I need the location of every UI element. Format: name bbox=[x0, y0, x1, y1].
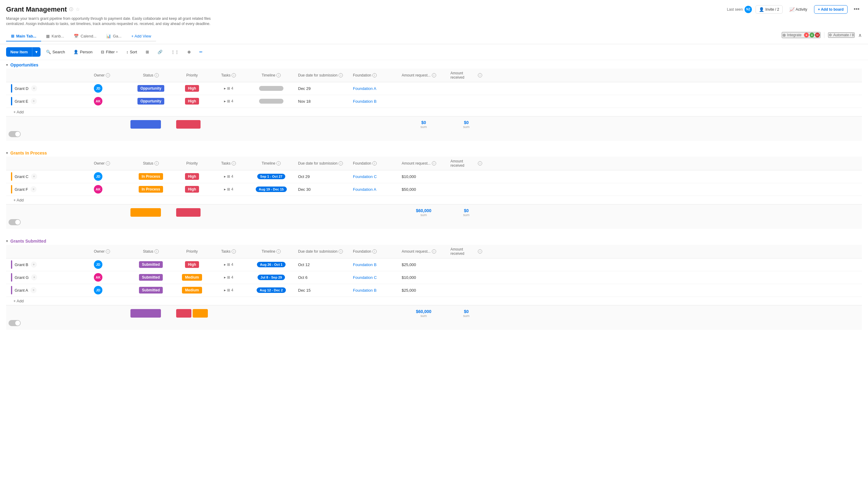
add-row-in-process[interactable]: + Add bbox=[6, 196, 862, 204]
sum-toggle-ip[interactable] bbox=[6, 218, 91, 226]
integrate-button[interactable]: ⊗ Integrate ● ● M bbox=[782, 32, 820, 38]
link-button[interactable]: 🔗 bbox=[155, 48, 165, 56]
automate-button[interactable]: ⚙ Automate / 8 bbox=[828, 32, 855, 38]
amount-req-info-sub[interactable]: i bbox=[432, 249, 436, 253]
owner-info-ip[interactable]: i bbox=[106, 161, 110, 165]
status-grant-f[interactable]: In Process bbox=[128, 184, 174, 194]
foundation-info-icon[interactable]: i bbox=[372, 73, 377, 78]
foundation-link-grant-g[interactable]: Foundation C bbox=[353, 275, 377, 280]
priority-grant-d[interactable]: High bbox=[174, 83, 210, 94]
pencil-button[interactable]: ✏ bbox=[196, 48, 206, 56]
due-date-info-ip[interactable]: i bbox=[339, 161, 343, 165]
tasks-info-sub[interactable]: i bbox=[231, 249, 236, 253]
foundation-grant-g[interactable]: Foundation C bbox=[350, 273, 399, 282]
star-icon[interactable]: ☆ bbox=[75, 6, 80, 12]
task-expand-icon[interactable]: ▸ bbox=[224, 288, 226, 292]
tab-kanban[interactable]: ▦ Kanb... bbox=[41, 31, 69, 41]
task-expand-icon[interactable]: ▸ bbox=[224, 187, 226, 191]
foundation-link-grant-b[interactable]: Foundation B bbox=[353, 263, 376, 267]
status-grant-d[interactable]: Oppurtunity bbox=[128, 83, 174, 94]
timeline-info-icon[interactable]: i bbox=[276, 73, 281, 78]
sum-toggle-opp[interactable] bbox=[6, 130, 91, 139]
foundation-link-grant-d[interactable]: Foundation A bbox=[353, 86, 376, 91]
group-collapse-in-process[interactable]: ▾ bbox=[6, 151, 8, 155]
status-grant-g[interactable]: Submitted bbox=[128, 272, 174, 282]
task-expand-icon[interactable]: ▸ bbox=[224, 263, 226, 267]
new-item-button[interactable]: New Item ▾ bbox=[6, 47, 40, 57]
tab-main-table[interactable]: ⊞ Main Tab... bbox=[6, 31, 41, 41]
foundation-link-grant-a[interactable]: Foundation B bbox=[353, 288, 376, 293]
priority-grant-b[interactable]: High bbox=[174, 260, 210, 270]
timeline-info-ip[interactable]: i bbox=[276, 161, 281, 165]
foundation-grant-c[interactable]: Foundation C bbox=[350, 173, 399, 181]
amount-rec-info-ip[interactable]: i bbox=[478, 161, 482, 165]
due-date-info-sub[interactable]: i bbox=[339, 249, 343, 253]
add-person-grant-a[interactable]: + bbox=[30, 287, 37, 293]
foundation-link-grant-c[interactable]: Foundation C bbox=[353, 174, 377, 179]
add-person-grant-f[interactable]: + bbox=[30, 186, 37, 192]
tasks-info-icon[interactable]: i bbox=[231, 73, 236, 78]
status-info-ip[interactable]: i bbox=[155, 161, 159, 165]
foundation-link-grant-f[interactable]: Foundation A bbox=[353, 187, 376, 192]
task-expand-icon[interactable]: ▸ bbox=[224, 174, 226, 179]
foundation-grant-e[interactable]: Foundation B bbox=[350, 97, 399, 105]
due-date-info-icon[interactable]: i bbox=[339, 73, 343, 78]
foundation-link-grant-e[interactable]: Foundation B bbox=[353, 99, 376, 103]
task-expand-icon[interactable]: ▸ bbox=[224, 275, 226, 279]
row-height-button[interactable]: ⊞ bbox=[143, 48, 152, 56]
foundation-grant-d[interactable]: Foundation A bbox=[350, 84, 399, 93]
amount-req-info-icon[interactable]: i bbox=[432, 73, 436, 78]
add-to-board-button[interactable]: + Add to board bbox=[814, 5, 848, 14]
status-grant-c[interactable]: In Process bbox=[128, 171, 174, 182]
activity-button[interactable]: 📈 Activity bbox=[786, 5, 810, 13]
add-person-grant-b[interactable]: + bbox=[31, 262, 37, 268]
priority-grant-c[interactable]: High bbox=[174, 171, 210, 182]
add-person-grant-g[interactable]: + bbox=[31, 274, 37, 280]
priority-grant-a[interactable]: Medium bbox=[174, 285, 210, 295]
amount-req-info-ip[interactable]: i bbox=[432, 161, 436, 165]
foundation-info-ip[interactable]: i bbox=[372, 161, 377, 165]
collapse-button[interactable]: ∧ bbox=[858, 32, 862, 38]
status-grant-e[interactable]: Oppurtunity bbox=[128, 96, 174, 107]
new-item-dropdown-arrow[interactable]: ▾ bbox=[32, 47, 40, 57]
more-options-button[interactable]: ••• bbox=[851, 5, 862, 14]
tab-add-view[interactable]: + Add View bbox=[126, 31, 156, 41]
status-grant-b[interactable]: Submitted bbox=[128, 260, 174, 270]
filter-button[interactable]: ⊟ Filter ▾ bbox=[98, 48, 121, 56]
add-person-grant-d[interactable]: + bbox=[31, 85, 37, 91]
more-options-toolbar-button[interactable]: ⊕ bbox=[184, 48, 194, 56]
tasks-info-ip[interactable]: i bbox=[231, 161, 236, 165]
tab-calendar[interactable]: 📅 Calend... bbox=[69, 31, 101, 41]
foundation-grant-f[interactable]: Foundation A bbox=[350, 185, 399, 193]
foundation-grant-b[interactable]: Foundation B bbox=[350, 261, 399, 269]
amount-rec-info-sub[interactable]: i bbox=[478, 249, 482, 253]
group-collapse-submitted[interactable]: ▾ bbox=[6, 239, 8, 243]
owner-info-icon[interactable]: i bbox=[106, 73, 110, 78]
amount-rec-info-icon[interactable]: i bbox=[478, 73, 482, 78]
status-grant-a[interactable]: Submitted bbox=[128, 285, 174, 295]
awarded-toggle-ip[interactable] bbox=[8, 219, 21, 225]
status-info-icon[interactable]: i bbox=[155, 73, 159, 78]
task-expand-icon[interactable]: ▸ bbox=[224, 86, 226, 91]
timeline-info-sub[interactable]: i bbox=[276, 249, 281, 253]
sum-toggle-sub[interactable] bbox=[6, 319, 91, 327]
invite-button[interactable]: 👤 Invite / 2 bbox=[755, 5, 782, 14]
info-icon[interactable]: ⓘ bbox=[69, 7, 73, 12]
owner-info-sub[interactable]: i bbox=[106, 249, 110, 253]
foundation-info-sub[interactable]: i bbox=[372, 249, 377, 253]
person-button[interactable]: 👤 Person bbox=[70, 48, 95, 56]
add-person-grant-e[interactable]: + bbox=[31, 98, 37, 104]
add-row-submitted[interactable]: + Add bbox=[6, 297, 862, 305]
add-person-grant-c[interactable]: + bbox=[31, 174, 37, 180]
awarded-toggle-opp[interactable] bbox=[8, 131, 21, 137]
awarded-toggle-sub[interactable] bbox=[8, 320, 21, 326]
task-expand-icon[interactable]: ▸ bbox=[224, 99, 226, 103]
sort-button[interactable]: ↕ Sort bbox=[123, 48, 140, 56]
add-row-opportunities[interactable]: + Add bbox=[6, 108, 862, 116]
priority-grant-e[interactable]: High bbox=[174, 96, 210, 107]
search-button[interactable]: 🔍 Search bbox=[43, 48, 68, 56]
priority-grant-f[interactable]: High bbox=[174, 184, 210, 194]
status-info-sub[interactable]: i bbox=[155, 249, 159, 253]
columns-button[interactable]: ⋮⋮ bbox=[168, 48, 182, 56]
priority-grant-g[interactable]: Medium bbox=[174, 272, 210, 282]
